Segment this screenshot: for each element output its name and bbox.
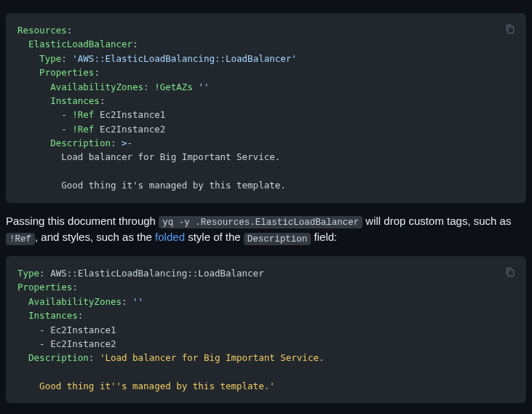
text: Passing this document through: [6, 215, 159, 227]
yaml-key: ElasticLoadBalancer: [28, 39, 132, 49]
yaml-text: Good thing it's managed by this template…: [61, 180, 286, 191]
text: style of the: [185, 231, 244, 243]
yaml-value: Ec2Instance1: [100, 109, 165, 120]
yaml-key: Resources: [17, 25, 67, 36]
inline-code-description: Description: [244, 233, 311, 245]
yaml-key: Description: [28, 352, 89, 363]
text: will drop custom tags, such as: [362, 215, 511, 227]
explanation-paragraph: Passing this document through yq -y .Res…: [6, 213, 526, 247]
copy-icon: [505, 24, 515, 34]
code-content: Type: AWS::ElasticLoadBalancing::LoadBal…: [17, 266, 515, 393]
code-block-yaml-output: Type: AWS::ElasticLoadBalancing::LoadBal…: [6, 256, 526, 403]
code-block-yaml-source: Resources: ElasticLoadBalancer: Type: 'A…: [6, 13, 526, 203]
svg-rect-1: [508, 270, 514, 276]
yaml-key: Type: [17, 268, 39, 279]
yaml-key: Type: [39, 53, 61, 64]
yaml-value: AWS::ElasticLoadBalancing::LoadBalancer: [50, 268, 264, 279]
yaml-string: '': [132, 296, 143, 307]
copy-button[interactable]: [501, 263, 519, 281]
yaml-key: Instances: [50, 95, 100, 106]
yaml-tag: !GetAZs: [154, 81, 193, 92]
inline-code-ref: !Ref: [6, 233, 35, 245]
yaml-tag: !Ref: [72, 124, 94, 135]
yaml-string: '': [198, 81, 209, 92]
yaml-value: Ec2Instance2: [100, 124, 165, 135]
yaml-key: Properties: [17, 282, 72, 292]
yaml-key: Description: [50, 138, 111, 148]
text: field:: [311, 231, 337, 243]
yaml-tag: !Ref: [72, 109, 94, 120]
yaml-fold: >-: [122, 138, 132, 148]
yaml-text: Load balancer for Big Important Service.: [61, 151, 280, 162]
folded-link[interactable]: folded: [155, 231, 185, 243]
text: , and styles, such as the: [35, 231, 155, 243]
yaml-key: Properties: [39, 67, 94, 78]
copy-icon: [505, 267, 515, 277]
yaml-string: 'AWS::ElasticLoadBalancing::LoadBalancer…: [72, 53, 297, 64]
yaml-quoted-string: 'Load balancer for Big Important Service…: [100, 352, 325, 363]
yaml-key: AvailabilityZones: [28, 296, 122, 307]
svg-rect-0: [508, 27, 514, 33]
yaml-value: Ec2Instance1: [50, 325, 116, 335]
code-content: Resources: ElasticLoadBalancer: Type: 'A…: [17, 23, 515, 193]
yaml-key: Instances: [28, 310, 78, 321]
yaml-quoted-string: Good thing it''s managed by this templat…: [17, 381, 275, 391]
inline-code-command: yq -y .Resources.ElasticLoadBalancer: [159, 216, 362, 228]
yaml-value: Ec2Instance2: [50, 338, 116, 349]
copy-button[interactable]: [501, 20, 519, 38]
yaml-key: AvailabilityZones: [50, 81, 143, 92]
